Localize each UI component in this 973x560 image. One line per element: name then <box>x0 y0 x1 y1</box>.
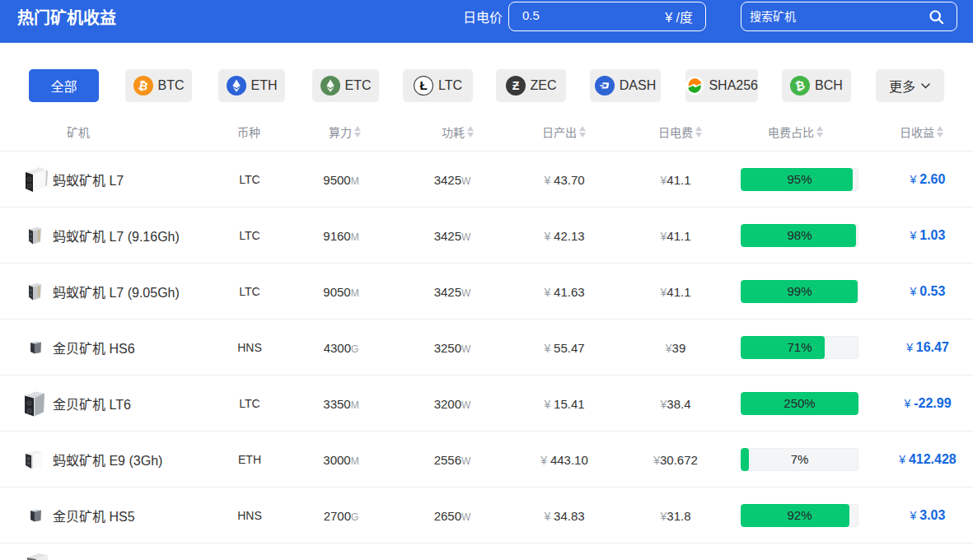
svg-text:Ł: Ł <box>419 78 427 92</box>
svg-text:Ƶ: Ƶ <box>512 79 519 92</box>
